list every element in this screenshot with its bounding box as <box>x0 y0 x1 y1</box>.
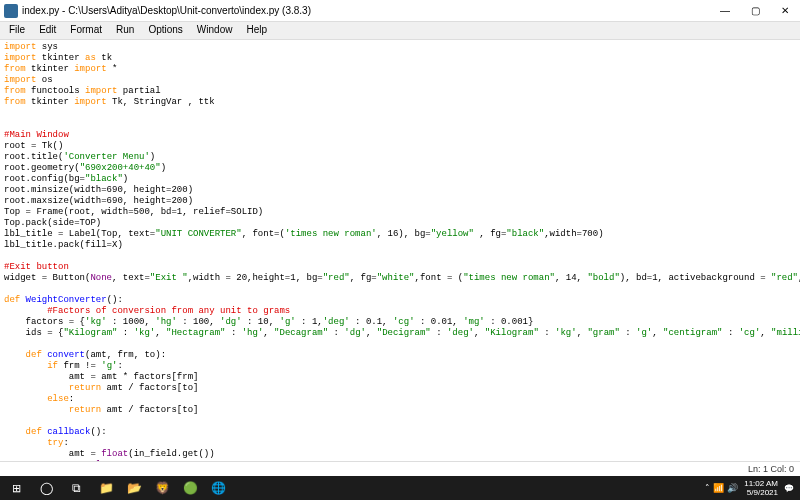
menu-window[interactable]: Window <box>190 22 240 39</box>
menu-format[interactable]: Format <box>63 22 109 39</box>
volume-icon[interactable]: 🔊 <box>727 483 738 493</box>
clock[interactable]: 11:02 AM 5/9/2021 <box>744 479 778 497</box>
tray-up-icon[interactable]: ˄ <box>705 483 710 493</box>
window-title: index.py - C:\Users\Aditya\Desktop\Unit-… <box>22 5 311 16</box>
wifi-icon[interactable]: 📶 <box>713 483 724 493</box>
cortana-icon[interactable]: ◯ <box>32 476 60 500</box>
minimize-button[interactable]: — <box>710 0 740 22</box>
notifications-icon[interactable]: 💬 <box>784 484 794 493</box>
menu-run[interactable]: Run <box>109 22 141 39</box>
taskbar-app-4[interactable]: 🌐 <box>204 476 232 500</box>
maximize-button[interactable]: ▢ <box>740 0 770 22</box>
menubar: FileEditFormatRunOptionsWindowHelp <box>0 22 800 40</box>
menu-help[interactable]: Help <box>239 22 274 39</box>
close-button[interactable]: ✕ <box>770 0 800 22</box>
taskbar-app-3[interactable]: 🟢 <box>176 476 204 500</box>
taskbar: ⊞ ◯ ⧉ 📁📂🦁🟢🌐 ˄ 📶 🔊 11:02 AM 5/9/2021 💬 <box>0 476 800 500</box>
window-controls: — ▢ ✕ <box>710 0 800 22</box>
code-editor[interactable]: import sys import tkinter as tk from tki… <box>0 40 800 461</box>
taskbar-app-2[interactable]: 🦁 <box>148 476 176 500</box>
date-text: 5/9/2021 <box>747 488 778 497</box>
status-bar: Ln: 1 Col: 0 <box>0 461 800 476</box>
menu-edit[interactable]: Edit <box>32 22 63 39</box>
taskbar-app-1[interactable]: 📂 <box>120 476 148 500</box>
titlebar-left: index.py - C:\Users\Aditya\Desktop\Unit-… <box>0 4 311 18</box>
menu-options[interactable]: Options <box>141 22 189 39</box>
python-icon <box>4 4 18 18</box>
tray-icons[interactable]: ˄ 📶 🔊 <box>705 483 738 493</box>
titlebar: index.py - C:\Users\Aditya\Desktop\Unit-… <box>0 0 800 22</box>
taskbar-left: ⊞ ◯ ⧉ 📁📂🦁🟢🌐 <box>0 476 232 500</box>
cursor-position: Ln: 1 Col: 0 <box>748 464 794 474</box>
start-button[interactable]: ⊞ <box>2 476 30 500</box>
taskview-icon[interactable]: ⧉ <box>62 476 90 500</box>
system-tray: ˄ 📶 🔊 11:02 AM 5/9/2021 💬 <box>705 479 800 497</box>
taskbar-app-0[interactable]: 📁 <box>92 476 120 500</box>
menu-file[interactable]: File <box>2 22 32 39</box>
time-text: 11:02 AM <box>744 479 778 488</box>
